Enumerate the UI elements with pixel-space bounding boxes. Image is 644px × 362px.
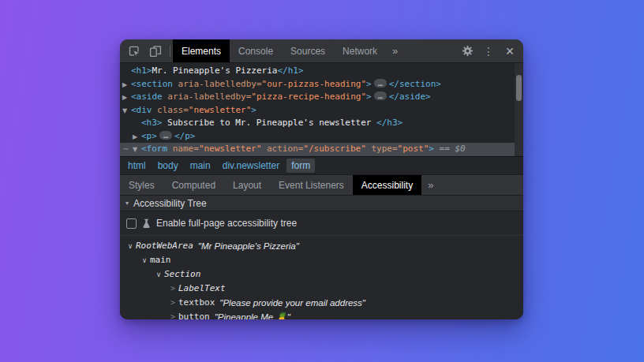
code-token-val: "/subscribe" [303,144,365,154]
elements-rows: <h1>Mr. Pineapple's Pizzeria</h1>▶<secti… [120,65,523,156]
breadcrumb: htmlbodymaindiv.newsletterform [120,156,523,174]
elements-tree-row[interactable]: ▶<aside aria-labelledby="pizza-recipe-he… [120,91,523,104]
chevron-right-icon[interactable]: > [167,282,178,296]
elements-tree-row[interactable]: <h3> Subscribe to Mr. Pineapple's newsle… [120,117,523,130]
code-token-attr: action= [261,144,303,154]
chevron-right-icon[interactable]: > [167,310,178,319]
tab-elements[interactable]: Elements [173,39,230,62]
ax-tree-row[interactable]: >LabelText [120,282,523,296]
breadcrumb-item-html[interactable]: html [123,159,151,173]
code-token-tag: <div [131,105,152,115]
ax-tree-row[interactable]: ∨Section [120,267,523,282]
ax-name: "Mr Pineapple's Pizzeria" [198,239,299,253]
code-token-tag: <p> [141,131,157,141]
ax-role: button [178,310,210,319]
expand-inline-dots-icon[interactable]: … [159,131,172,140]
code-token-tag: <h1> [131,65,152,76]
device-toolbar-icon[interactable] [146,42,165,61]
elements-tree-row[interactable]: ▼<div class="newsletter"> [120,104,523,118]
toolbar-left-icons [120,39,167,62]
more-tabs-chevron-icon[interactable]: » [421,175,440,195]
tab-event-listeners[interactable]: Event Listeners [270,175,353,195]
code-token-val: "newsletter" [189,105,251,115]
accessibility-pane: Enable full-page accessibility tree ∨Roo… [120,211,523,319]
code-token-attr: type= [366,144,398,154]
experiment-flask-icon [141,218,152,229]
code-token-dollar: $0 [455,144,465,154]
breadcrumb-item-div-newsletter[interactable]: div.newsletter [218,159,284,173]
ax-tree-row[interactable]: ∨RootWebArea"Mr Pineapple's Pizzeria" [120,239,523,253]
chevron-down-icon[interactable]: ∨ [139,253,150,267]
section-title: Accessibility Tree [133,198,207,209]
expand-arrow-icon[interactable]: ▼ [133,144,141,156]
breadcrumb-item-body[interactable]: body [153,159,183,173]
inspect-element-icon[interactable] [125,42,144,61]
gear-icon[interactable] [458,42,477,61]
elements-tree-row[interactable]: ▶<p>…</p> [120,130,523,144]
collapse-arrow-icon[interactable]: ▶ [122,79,131,92]
elements-tree-row[interactable]: ⋯▼<form name="newsletter" action="/subsc… [120,143,523,156]
close-icon[interactable]: × [500,42,519,61]
enable-fullpage-ax-tree-checkbox[interactable] [126,218,137,229]
scrollbar-track[interactable] [515,63,523,156]
tab-styles[interactable]: Styles [120,175,163,195]
code-token-tag: <aside [131,91,163,102]
chevron-down-icon[interactable]: ∨ [153,267,164,282]
tab-sources[interactable]: Sources [282,39,334,62]
code-token-tag: > [366,79,372,89]
ax-role: textbox [178,296,215,310]
expand-inline-dots-icon[interactable]: … [374,91,387,100]
ax-role: RootWebArea [136,239,193,253]
accessibility-tree-section-header[interactable]: ▾ Accessibility Tree [120,195,523,211]
tab-network[interactable]: Network [334,39,386,62]
expand-inline-dots-icon[interactable]: … [374,79,387,88]
code-token-tag: </p> [174,131,196,141]
code-token-tag: <section [131,79,173,89]
toolbar-divider [170,45,170,57]
code-token-val: "pizza-recipe-heading" [251,91,366,102]
devtools-window: ElementsConsoleSourcesNetwork» ⋮ × [120,39,523,319]
collapse-arrow-icon[interactable]: ▶ [122,91,131,105]
code-token-tag: </h3> [376,118,402,128]
accessibility-tree: ∨RootWebArea"Mr Pineapple's Pizzeria"∨ma… [120,236,523,319]
ax-tree-row[interactable]: ∨main [120,253,523,267]
more-tabs-chevron-icon[interactable]: » [386,39,404,62]
tab-console[interactable]: Console [230,39,282,62]
chevron-down-icon[interactable]: ∨ [125,239,136,253]
ax-role: LabelText [178,282,226,296]
kebab-menu-icon[interactable]: ⋮ [479,42,498,61]
expand-arrow-icon[interactable]: ▼ [122,105,131,118]
code-token-attr: name= [167,144,199,154]
chevron-right-icon[interactable]: > [167,296,178,310]
code-token-eq: == [434,144,455,154]
elements-tree-row[interactable]: ▶<section aria-labelledby="our-pizzas-he… [120,78,523,91]
code-token-tag: <h3> [141,118,163,128]
scrollbar-thumb[interactable] [516,75,522,101]
code-token-val: "our-pizzas-heading" [262,79,366,89]
ax-name: "Pineapple Me 🍍" [215,310,290,319]
ax-tree-row[interactable]: >button"Pineapple Me 🍍" [120,310,523,319]
code-token-tag: > [251,105,256,115]
section-expand-triangle-icon: ▾ [125,200,129,207]
code-token-text: Subscribe to Mr. Pineapple's newsletter [163,118,377,128]
row-overflow-dots-icon: ⋯ [123,143,129,156]
toolbar-tabs: ElementsConsoleSourcesNetwork» [173,39,404,62]
breadcrumb-item-main[interactable]: main [185,159,215,173]
code-token-attr: aria-labelledby= [173,79,262,89]
sidebar-tabs: StylesComputedLayoutEvent ListenersAcces… [120,174,523,195]
ax-role: main [150,253,171,267]
breadcrumb-item-form[interactable]: form [286,159,315,173]
code-token-tag: </aside> [389,91,431,102]
tab-layout[interactable]: Layout [224,175,270,195]
tab-computed[interactable]: Computed [163,175,224,195]
code-token-attr: class= [152,105,189,115]
collapse-arrow-icon[interactable]: ▶ [133,131,141,144]
code-token-tag: > [366,91,372,102]
devtools-toolbar: ElementsConsoleSourcesNetwork» ⋮ × [120,39,523,63]
ax-tree-row[interactable]: >textbox"Please provide your email addre… [120,296,523,310]
ax-name: "Please provide your email address" [219,296,365,310]
tab-accessibility[interactable]: Accessibility [353,175,421,195]
code-token-val: "post" [398,144,429,154]
checkbox-label: Enable full-page accessibility tree [156,218,297,229]
elements-tree-row[interactable]: <h1>Mr. Pineapple's Pizzeria</h1> [120,65,523,78]
